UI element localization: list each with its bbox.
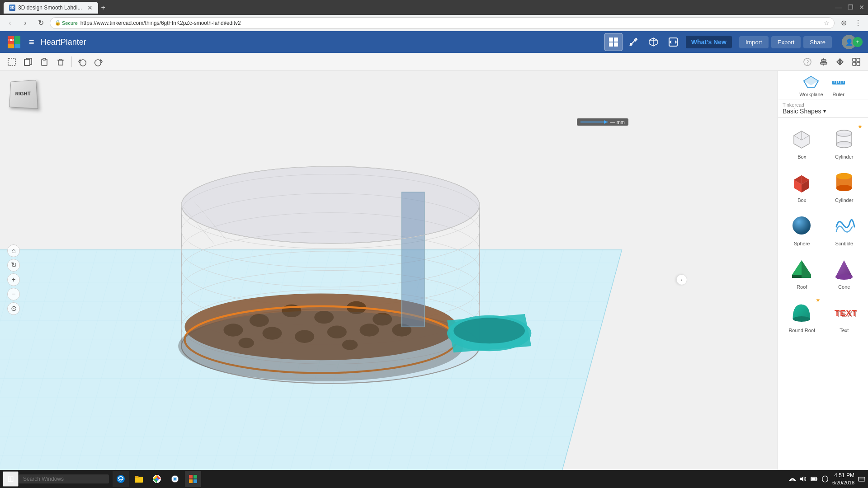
workplane-button[interactable]: Workplane [799,75,823,97]
ruler-button[interactable]: Ruler [830,75,847,97]
svg-rect-112 [189,475,193,479]
import-button[interactable]: Import [739,36,769,48]
text-shape-svg: TEXT TEXT [832,300,857,325]
shape-item-cone[interactable]: Cone [824,252,865,293]
workplane-ruler-row: Workplane Ruler [778,71,868,99]
minimize-button[interactable]: — [835,4,842,12]
orbit-button[interactable]: ↻ [7,259,20,272]
shape-library-dropdown[interactable]: Basic Shapes ▾ [783,108,826,115]
share-button[interactable]: Share [803,36,832,48]
cube-view-button[interactable] [644,33,662,51]
viewport[interactable]: — mm RIGHT ⌂ ↻ + − ⊙ Edit Grid Snap Grid [0,71,778,488]
svg-marker-116 [800,476,803,482]
svg-point-92 [836,173,852,179]
shape-item-text[interactable]: TEXT TEXT Text [824,295,865,337]
address-bar[interactable]: 🔒 Secure https://www.tinkercad.com/thing… [50,17,835,29]
redo-icon [94,57,103,66]
url-text: https://www.tinkercad.com/things/6gtFfnK… [80,20,821,26]
group-button[interactable] [849,55,863,69]
volume-icon [800,475,807,483]
taskbar-icon-tinkercad[interactable] [185,471,201,487]
zoom-fit-button[interactable]: ⊙ [7,302,20,315]
shape-item-cylinder-orange[interactable]: Cylinder [824,165,865,206]
taskbar-icon-edge[interactable] [113,471,129,487]
restore-button[interactable]: ❐ [848,4,854,12]
shape-preview-cone [830,255,858,282]
notification-button[interactable] [858,475,865,483]
panel-expand-button[interactable]: › [676,274,687,285]
shape-item-box-red[interactable]: Box [782,165,822,206]
zoom-in-button[interactable]: + [7,273,20,286]
svg-point-57 [453,318,525,344]
tab-close-button[interactable]: ✕ [87,4,93,11]
svg-rect-9 [8,58,15,66]
shape-item-round-roof[interactable]: ★ [782,295,822,337]
mirror-button[interactable] [833,55,847,69]
shape-item-roof[interactable]: Roof [782,252,822,293]
paste-icon [40,57,49,66]
logo-k [14,44,21,48]
chrome-icon [152,474,161,483]
network-icon [789,475,796,483]
shape-name-text: Text [840,328,849,333]
shape-item-box-gray[interactable]: Box [782,122,822,163]
star-badge-cylinder: ★ [858,123,863,130]
taskbar-search[interactable] [19,474,109,483]
svg-marker-95 [802,260,811,278]
home-view-button[interactable]: ⌂ [7,244,20,257]
taskbar-icon-cortana[interactable] [167,471,183,487]
app-container: TIN ≡ HeartPlanter [0,31,868,488]
hint-button[interactable] [800,55,815,69]
whats-new-button[interactable]: What's New [686,36,732,48]
shape-name-round-roof: Round Roof [788,328,815,333]
svg-point-93 [793,216,811,235]
align-button[interactable] [816,55,831,69]
tinkercad-taskbar-icon [189,474,198,483]
browser-tab[interactable]: 3D 3D design Smooth Lahdi... ✕ [4,2,98,14]
shape-item-scribble[interactable]: Scribble [824,208,865,250]
back-button[interactable]: ‹ [4,17,16,29]
taskbar-icon-explorer[interactable] [131,471,147,487]
shape-item-cylinder-gray[interactable]: ★ Cylinder [824,122,865,163]
code-view-button[interactable] [664,33,682,51]
action-buttons: Import Export Share [739,36,832,48]
shape-grid: Box ★ Cylinder [778,118,868,340]
svg-text:TEXT: TEXT [836,310,857,319]
shape-name-cylinder-gray: Cylinder [835,154,853,160]
forward-button[interactable]: › [19,17,32,29]
grid-view-button[interactable] [604,33,623,51]
new-tab-button[interactable]: + [101,4,105,12]
taskbar-time-date[interactable]: 4:51 PM 6/20/2018 [832,472,854,486]
export-button[interactable]: Export [771,36,801,48]
viewcube-face-right[interactable]: RIGHT [9,80,38,109]
bookmark-icon[interactable]: ☆ [824,19,830,27]
svg-rect-15 [58,60,63,65]
dropdown-chevron-icon: ▾ [823,108,826,114]
svg-marker-63 [604,120,608,124]
extensions-button[interactable]: ⊕ [837,17,850,29]
paste-button[interactable] [37,55,52,69]
viewcube[interactable]: RIGHT [9,80,41,112]
menu-button[interactable]: ⋮ [852,17,864,29]
svg-rect-119 [816,478,817,480]
zoom-out-button[interactable]: − [7,288,20,300]
undo-button[interactable] [75,55,90,69]
taskbar-tray: 4:51 PM 6/20/2018 [789,472,865,486]
shape-preview-scribble [830,212,858,239]
start-button[interactable]: ⊞ [3,471,19,487]
select-all-button[interactable] [5,55,19,69]
reload-button[interactable]: ↻ [34,17,47,29]
taskbar-icon-chrome[interactable] [149,471,165,487]
taskbar-date: 6/20/2018 [832,479,854,486]
copy-button[interactable] [21,55,35,69]
redo-button[interactable] [91,55,105,69]
browser-toolbar: ‹ › ↻ 🔒 Secure https://www.tinkercad.com… [0,15,868,31]
hamburger-button[interactable]: ≡ [27,35,36,49]
shape-item-sphere-blue[interactable]: Sphere [782,208,822,250]
close-browser-button[interactable]: ✕ [859,4,864,12]
delete-button[interactable] [53,55,68,69]
add-user-button[interactable]: + [853,37,863,47]
tool-view-button[interactable] [624,33,642,51]
shape-preview-sphere-blue [788,212,816,239]
taskbar: ⊞ [0,470,868,488]
